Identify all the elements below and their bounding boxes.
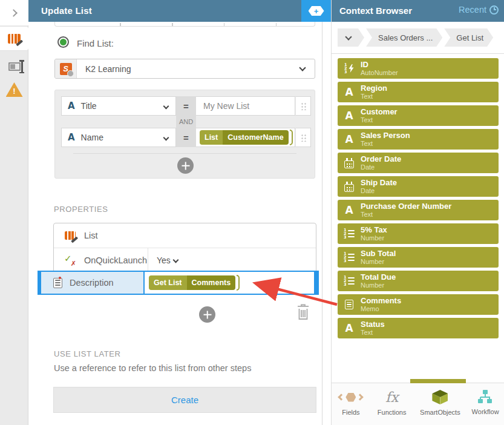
add-condition-button[interactable] (177, 157, 194, 174)
sidebar-tab-warnings[interactable] (0, 79, 28, 100)
create-reference-button[interactable]: Create (53, 387, 316, 413)
breadcrumb: Sales Orders ... Get List (338, 28, 495, 47)
condition-field-select-2[interactable]: Name (61, 128, 176, 147)
text-icon (338, 110, 361, 122)
property-row-list[interactable]: List (54, 223, 316, 248)
tag-scope: List (200, 130, 223, 145)
delete-property-button[interactable] (296, 304, 310, 322)
field-type: Date (361, 163, 401, 171)
scrolled-element-edge (54, 22, 315, 27)
add-to-canvas-button[interactable] (301, 0, 331, 22)
tab-smartobjects[interactable]: SmartObjects (414, 383, 467, 425)
field-name: 5% Tax (361, 225, 387, 234)
update-list-panel: Update List Find List: K2 Learning Title (28, 0, 322, 425)
clock-icon (489, 5, 499, 15)
fx-icon (385, 390, 398, 404)
field-name: Comments (361, 296, 401, 305)
calendar-icon (338, 182, 361, 192)
field-name: Purchase Order Number (361, 202, 451, 211)
tab-label: Workflow (472, 408, 499, 415)
tag-field: CustomerName (223, 130, 288, 145)
breadcrumb-item-get-list[interactable]: Get List (444, 28, 493, 47)
chevron-down-icon (299, 64, 306, 71)
add-property-button[interactable] (199, 306, 215, 323)
fields-hexagon-icon (339, 390, 362, 404)
operator-equals-2[interactable]: = (176, 128, 196, 147)
smartobject-select[interactable]: K2 Learning (54, 59, 315, 79)
description-value-dropzone[interactable]: Get List Comments (143, 271, 315, 295)
join-label: AND (176, 116, 196, 128)
condition-field-select-1[interactable]: Title (61, 96, 176, 116)
field-item-ship-date[interactable]: Ship Date Date (338, 176, 499, 197)
field-item-order-date[interactable]: Order Date Date (338, 153, 499, 173)
field-item-region[interactable]: Region Text (338, 82, 499, 102)
number-icon (338, 252, 361, 263)
field-item-status[interactable]: Status Text (338, 318, 499, 338)
divider (148, 248, 148, 272)
field-type: Number (361, 234, 387, 242)
field-type: Text (361, 140, 410, 148)
sidebar-tab-rename[interactable] (0, 56, 28, 77)
operator-strip: = AND = (176, 96, 196, 147)
properties-heading: PROPERTIES (54, 205, 108, 214)
field-item-purchase-order-number[interactable]: Purchase Order Number Text (338, 200, 499, 220)
chevron-right-icon (10, 9, 18, 17)
memo-icon (53, 278, 62, 288)
field-item-sales-person[interactable]: Sales Person Text (338, 129, 499, 150)
panel-title: Update List (41, 5, 92, 16)
smartobject-select-value: K2 Learning (85, 64, 131, 74)
workflow-tree-icon (477, 390, 493, 404)
property-row-onquicklaunch[interactable]: OnQuickLaunch Yes (54, 248, 316, 272)
row-drag-handle[interactable] (295, 96, 311, 116)
field-item-customer[interactable]: Customer Text (338, 105, 499, 126)
field-item-5-tax[interactable]: 5% Tax Number (338, 223, 499, 244)
panel-body: Find List: K2 Learning Title (28, 22, 322, 425)
use-list-later-description: Use a reference to refer to this list fr… (54, 363, 251, 373)
grip-dots-icon (301, 102, 306, 110)
breadcrumb-item-sales-orders[interactable]: Sales Orders ... (366, 28, 442, 47)
trash-icon (296, 304, 310, 320)
sidebar-tab-step-config[interactable] (0, 26, 29, 51)
use-list-later-heading: USE LIST LATER (54, 349, 121, 358)
field-list: ID AutoNumber Region Text Customer Text … (338, 58, 499, 338)
autonumber-icon (338, 63, 361, 74)
chevron-down-icon (345, 33, 352, 40)
recent-link[interactable]: Recent (459, 5, 499, 15)
list-pencil-icon (65, 231, 76, 240)
tab-functions[interactable]: Functions (370, 383, 414, 425)
field-type: Memo (361, 305, 401, 313)
property-row-description-selected[interactable]: Description Get List Comments (38, 271, 319, 295)
expand-panel-button[interactable] (0, 0, 28, 25)
field-item-comments[interactable]: Comments Memo (338, 294, 499, 315)
panel-header: Update List (28, 0, 322, 22)
field-item-sub-total[interactable]: Sub Total Number (338, 247, 499, 268)
hexagon-plus-icon (309, 6, 324, 16)
row-drag-handle[interactable] (295, 128, 311, 147)
field-name: Status (361, 320, 385, 329)
field-item-total-due[interactable]: Total Due Number (338, 271, 499, 291)
field-reference-tag[interactable]: Get List Comments (149, 275, 235, 290)
field-type: Text (361, 116, 398, 124)
field-name: Order Date (361, 154, 401, 163)
condition-group: Title = AND = Name (54, 90, 315, 179)
text-icon (338, 86, 361, 98)
condition-value-input[interactable] (202, 100, 293, 111)
condition-field-label: Name (81, 133, 103, 142)
field-item-id[interactable]: ID AutoNumber (338, 58, 499, 79)
chevron-down-icon (163, 103, 169, 109)
condition-value-input-wrap (196, 96, 295, 116)
text-icon (338, 204, 361, 216)
find-list-radio[interactable] (57, 36, 69, 48)
field-reference-tag[interactable]: List CustomerName (200, 130, 289, 145)
tab-fields[interactable]: Fields (332, 383, 370, 425)
property-value[interactable]: Yes (157, 255, 171, 265)
operator-equals-1[interactable]: = (176, 96, 196, 116)
context-browser-tabs: Fields Functions SmartObjects Workflow (332, 383, 504, 425)
condition-field-label: Title (81, 101, 97, 111)
create-button-label: Create (171, 395, 198, 405)
tab-workflow[interactable]: Workflow (466, 383, 504, 425)
breadcrumb-dropdown[interactable] (338, 28, 364, 47)
property-label: Description (70, 278, 114, 288)
context-browser-title: Context Browser (339, 5, 412, 16)
tag-scope: Get List (149, 275, 187, 290)
